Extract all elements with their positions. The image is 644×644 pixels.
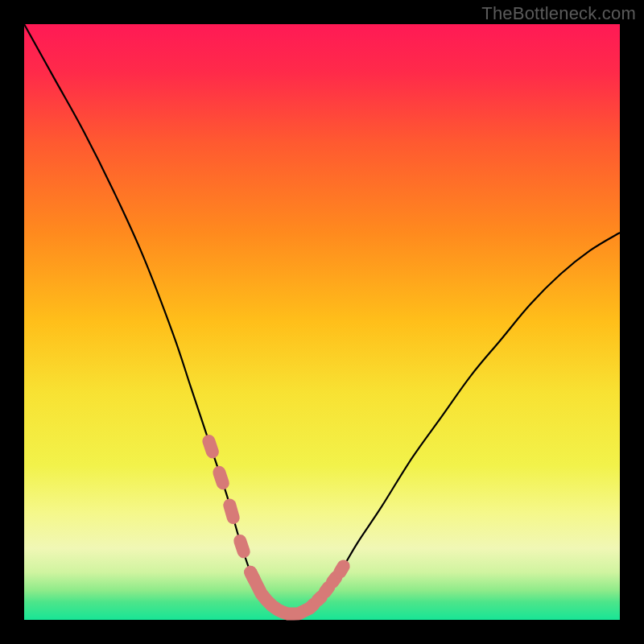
highlight-dash — [240, 541, 243, 551]
plot-area — [24, 24, 620, 620]
watermark-text: TheBottleneck.com — [481, 3, 636, 24]
highlight-dash — [317, 597, 320, 601]
highlight-dash — [340, 566, 343, 572]
highlight-dash — [332, 577, 336, 582]
highlight-dash — [219, 473, 222, 483]
bottleneck-chart — [0, 0, 644, 644]
chart-container: TheBottleneck.com — [0, 0, 644, 644]
highlight-dash — [229, 506, 233, 518]
highlight-dash — [208, 441, 212, 452]
highlight-dash — [325, 588, 328, 592]
